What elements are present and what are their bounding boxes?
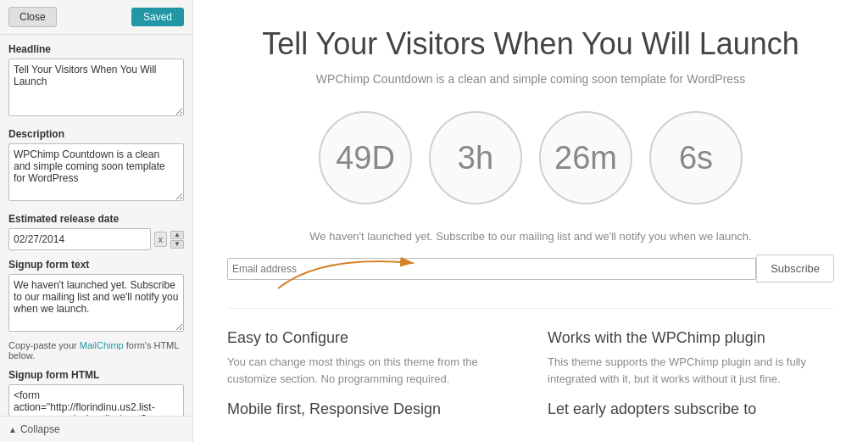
left-panel: Close Saved Headline Tell Your Visitors …: [0, 0, 193, 442]
collapse-label: Collapse: [20, 423, 60, 435]
date-clear-button[interactable]: x: [154, 232, 168, 247]
release-date-label: Estimated release date: [8, 213, 184, 225]
description-textarea[interactable]: WPChimp Countdown is a clean and simple …: [8, 143, 184, 201]
headline-textarea[interactable]: Tell Your Visitors When You Will Launch: [8, 59, 184, 116]
countdown-hours: 3h: [429, 111, 522, 204]
countdown-row: 49D 3h 26m 6s: [227, 111, 834, 204]
panel-header: Close Saved: [0, 0, 192, 35]
collapse-footer[interactable]: ▲ Collapse: [0, 416, 192, 442]
feature-bottom-title-1: Mobile first, Responsive Design: [227, 400, 514, 418]
features-row: Easy to Configure You can change most th…: [227, 308, 834, 387]
preview-content: Tell Your Visitors When You Will Launch …: [193, 0, 868, 442]
date-spinners: ▲ ▼: [170, 231, 184, 249]
feature-bottom-col-2: Let early adopters subscribe to: [548, 400, 834, 423]
release-date-row: x ▲ ▼: [8, 228, 184, 250]
signup-preview-text: We haven't launched yet. Subscribe to ou…: [227, 230, 834, 243]
feature-desc-1: You can change most things on this theme…: [227, 354, 514, 387]
feature-title-1: Easy to Configure: [227, 329, 514, 347]
saved-button[interactable]: Saved: [131, 8, 184, 26]
description-label: Description: [8, 128, 184, 140]
collapse-icon: ▲: [8, 425, 17, 434]
features-bottom: Mobile first, Responsive Design Let earl…: [227, 387, 834, 423]
right-panel: Tell Your Visitors When You Will Launch …: [193, 0, 868, 442]
mailchimp-text-prefix: Copy-paste your: [8, 340, 80, 350]
email-input-preview[interactable]: [227, 258, 756, 280]
release-date-input[interactable]: [8, 228, 151, 250]
signup-html-textarea[interactable]: <form action="http://florindinu.us2.list…: [8, 384, 184, 416]
feature-col-2: Works with the WPChimp plugin This theme…: [548, 329, 834, 387]
headline-label: Headline: [8, 43, 184, 55]
preview-title: Tell Your Visitors When You Will Launch: [227, 25, 834, 62]
countdown-seconds: 6s: [649, 111, 743, 204]
panel-body: Headline Tell Your Visitors When You Wil…: [0, 35, 192, 416]
mailchimp-link[interactable]: MailChimp: [80, 340, 124, 350]
feature-bottom-title-2: Let early adopters subscribe to: [548, 400, 834, 418]
feature-desc-2: This theme supports the WPChimp plugin a…: [548, 354, 834, 387]
feature-col-1: Easy to Configure You can change most th…: [227, 329, 514, 387]
mailchimp-note: Copy-paste your MailChimp form's HTML be…: [8, 340, 184, 361]
preview-subtitle: WPChimp Countdown is a clean and simple …: [227, 72, 834, 86]
signup-text-label: Signup form text: [8, 259, 184, 271]
countdown-days: 49D: [319, 111, 412, 204]
subscribe-button[interactable]: Subscribe: [756, 255, 834, 283]
feature-title-2: Works with the WPChimp plugin: [548, 329, 834, 347]
date-spin-up[interactable]: ▲: [170, 231, 184, 239]
date-spin-down[interactable]: ▼: [170, 240, 184, 249]
feature-bottom-col-1: Mobile first, Responsive Design: [227, 400, 514, 423]
countdown-minutes: 26m: [539, 111, 632, 204]
signup-html-label: Signup form HTML: [8, 369, 184, 381]
email-row: Subscribe: [227, 255, 834, 283]
close-button[interactable]: Close: [8, 7, 57, 27]
signup-text-textarea[interactable]: We haven't launched yet. Subscribe to ou…: [8, 274, 184, 332]
